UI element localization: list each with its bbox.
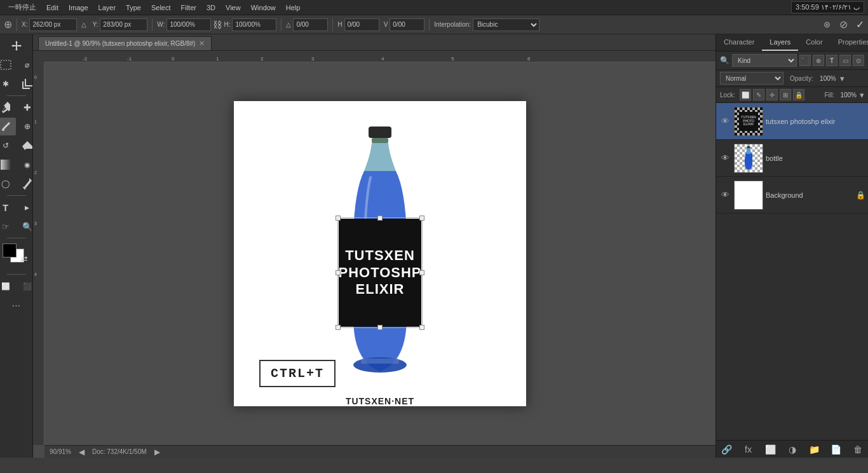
svg-rect-2 bbox=[1, 160, 11, 170]
marquee-tool[interactable] bbox=[0, 56, 16, 74]
menu-view[interactable]: View bbox=[221, 3, 245, 13]
layer-visibility-background[interactable]: 👁 bbox=[719, 189, 731, 202]
svg-rect-0 bbox=[1, 60, 11, 69]
tab-properties[interactable]: Properties bbox=[831, 34, 868, 51]
filter-shape-icon[interactable]: ▭ bbox=[839, 55, 851, 66]
fill-stepper[interactable]: ▾ bbox=[860, 90, 864, 100]
menu-type[interactable]: Type bbox=[121, 3, 146, 13]
menu-bar: 一時停止 Edit Image Layer Type Select Filter… bbox=[0, 0, 868, 15]
layer-visibility-tutsxen[interactable]: 👁 bbox=[719, 115, 731, 128]
angle-icon: △ bbox=[286, 21, 291, 28]
hskew-input[interactable] bbox=[344, 18, 379, 31]
lock-label: Lock: bbox=[720, 92, 735, 99]
status-next-btn[interactable]: ▶ bbox=[154, 448, 160, 456]
history-brush-tool[interactable]: ↺ bbox=[0, 137, 16, 154]
gradient-tool[interactable] bbox=[0, 156, 16, 174]
delta-x-icon: △ bbox=[81, 21, 86, 28]
link-icon[interactable]: ⛓ bbox=[213, 20, 222, 30]
layer-item-background[interactable]: 👁 Background 🔒 bbox=[716, 177, 868, 214]
layer-kind-select[interactable]: Kind bbox=[732, 54, 797, 67]
add-mask-btn[interactable]: ⬜ bbox=[764, 443, 776, 456]
tab-color[interactable]: Color bbox=[798, 34, 830, 51]
hand-tool[interactable]: ☞ bbox=[0, 217, 16, 235]
vskew-input[interactable] bbox=[390, 18, 424, 31]
opacity-stepper[interactable]: ▾ bbox=[840, 74, 844, 83]
filter-pixel-icon[interactable]: ⬛ bbox=[799, 55, 811, 66]
lock-paint-icon[interactable]: ✎ bbox=[753, 89, 764, 100]
filter-smart-icon[interactable]: ⊙ bbox=[853, 55, 864, 66]
ruler-tick: 5 bbox=[451, 56, 454, 62]
lock-transparent-icon[interactable]: ⬜ bbox=[740, 89, 751, 100]
ruler-tick: 4 bbox=[381, 56, 384, 62]
label-transform-layer[interactable]: TUTSXEN PHOTOSHP ELIXIR bbox=[339, 219, 421, 327]
link-layers-btn[interactable]: 🔗 bbox=[720, 443, 733, 456]
quick-mask-btn[interactable]: ⬜ bbox=[0, 277, 16, 295]
eyedropper-tool[interactable] bbox=[0, 99, 16, 116]
tab-title: Untitled-1 @ 90/9% (tutsxen photoshp eli… bbox=[45, 40, 195, 47]
svg-rect-6 bbox=[361, 359, 399, 364]
ruler-tick-v: 3 bbox=[34, 221, 37, 226]
layer-item-tutsxen[interactable]: 👁 TUTSXENPHOTOELIXIR tutsxen photoshp el… bbox=[716, 103, 868, 140]
svg-rect-4 bbox=[372, 138, 388, 143]
color-swatches[interactable]: ⇄ bbox=[3, 243, 31, 269]
magic-wand-tool[interactable]: ✱ bbox=[0, 75, 16, 93]
time-display: 3:50:59 ۱۴۰۲/۶/۲۱ ب bbox=[791, 1, 864, 13]
move-tool[interactable] bbox=[6, 37, 27, 55]
ruler-tick-v: 1 bbox=[34, 120, 37, 124]
lock-all-icon[interactable]: 🔒 bbox=[793, 89, 804, 100]
menu-help[interactable]: Help bbox=[281, 3, 305, 13]
menu-3d[interactable]: 3D bbox=[202, 3, 220, 13]
tab-close-button[interactable]: ✕ bbox=[199, 39, 205, 48]
menu-edit[interactable]: Edit bbox=[42, 3, 63, 13]
tab-character[interactable]: Character bbox=[716, 34, 762, 51]
ruler-tick-v: 2 bbox=[34, 170, 37, 175]
w-label: W: bbox=[157, 21, 165, 28]
menu-window[interactable]: Window bbox=[247, 3, 280, 13]
vskew-icon: V bbox=[384, 21, 388, 28]
foreground-color-swatch[interactable] bbox=[3, 243, 17, 257]
brush-tool[interactable] bbox=[0, 118, 16, 135]
add-group-btn[interactable]: 📁 bbox=[808, 443, 820, 456]
y-input[interactable] bbox=[100, 18, 147, 31]
menu-filter[interactable]: Filter bbox=[177, 3, 201, 13]
ruler-tick: -2 bbox=[83, 56, 87, 62]
label-line1: TUTSXEN bbox=[345, 247, 415, 264]
x-input[interactable] bbox=[29, 18, 77, 31]
interpolation-select[interactable]: Bicubic Bilinear Nearest Neighbor bbox=[473, 18, 539, 31]
opacity-value: 100% bbox=[816, 75, 836, 82]
type-tool[interactable]: T bbox=[0, 198, 16, 216]
add-layer-btn[interactable]: 📄 bbox=[830, 443, 843, 456]
menu-select[interactable]: Select bbox=[147, 3, 175, 13]
dodge-tool[interactable]: ◯ bbox=[0, 175, 16, 193]
svg-point-1 bbox=[2, 128, 4, 131]
layers-filter-row: 🔍 Kind ⬛ ⊕ T ▭ ⊙ bbox=[716, 51, 868, 70]
layer-name-background: Background bbox=[766, 191, 853, 199]
add-style-btn[interactable]: fx bbox=[742, 443, 755, 456]
y-label: Y: bbox=[92, 21, 98, 28]
h-input[interactable] bbox=[232, 18, 276, 31]
menu-layer[interactable]: Layer bbox=[94, 3, 121, 13]
warp-icon[interactable]: ⊛ bbox=[820, 18, 833, 31]
lock-position-icon[interactable]: ✛ bbox=[766, 89, 778, 100]
filter-adjust-icon[interactable]: ⊕ bbox=[813, 55, 824, 66]
status-prev-btn[interactable]: ◀ bbox=[79, 448, 85, 456]
delete-layer-btn[interactable]: 🗑 bbox=[851, 443, 864, 456]
menu-image[interactable]: Image bbox=[64, 3, 93, 13]
document-tab[interactable]: Untitled-1 @ 90/9% (tutsxen photoshp eli… bbox=[38, 36, 212, 50]
lock-artboard-icon[interactable]: ⊞ bbox=[780, 89, 791, 100]
svg-rect-3 bbox=[369, 127, 391, 138]
layer-visibility-bottle[interactable]: 👁 bbox=[719, 152, 731, 165]
add-adjustment-btn[interactable]: ◑ bbox=[786, 443, 799, 456]
angle-input[interactable] bbox=[293, 18, 328, 31]
confirm-transform-button[interactable]: ✓ bbox=[856, 18, 864, 31]
blend-mode-select[interactable]: Normal Multiply Screen Overlay bbox=[720, 72, 783, 85]
canvas-area: Untitled-1 @ 90/9% (tutsxen photoshp eli… bbox=[33, 34, 715, 458]
layer-item-bottle[interactable]: 👁 bottle bbox=[716, 140, 868, 177]
more-tools-btn[interactable]: ··· bbox=[12, 300, 20, 312]
filter-type-icon[interactable]: T bbox=[826, 55, 837, 66]
tab-layers[interactable]: Layers bbox=[762, 34, 798, 51]
w-input[interactable] bbox=[166, 18, 211, 31]
swap-colors-icon[interactable]: ⇄ bbox=[20, 254, 28, 264]
layer-thumbnail-tutsxen: TUTSXENPHOTOELIXIR bbox=[734, 107, 763, 136]
cancel-transform-icon[interactable]: ⊘ bbox=[837, 18, 850, 31]
